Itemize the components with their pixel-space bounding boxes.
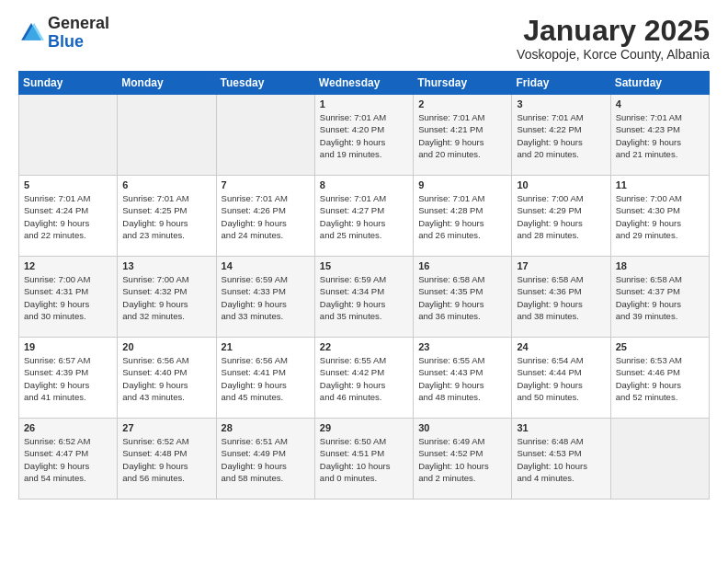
- calendar-cell: 28Sunrise: 6:51 AM Sunset: 4:49 PM Dayli…: [216, 419, 314, 500]
- calendar-cell: 2Sunrise: 7:01 AM Sunset: 4:21 PM Daylig…: [414, 95, 512, 176]
- logo: General Blue: [18, 15, 109, 52]
- day-number: 6: [122, 179, 210, 190]
- calendar-body: 1Sunrise: 7:01 AM Sunset: 4:20 PM Daylig…: [19, 95, 710, 500]
- header-row: Sunday Monday Tuesday Wednesday Thursday…: [19, 72, 710, 95]
- day-info: Sunrise: 6:54 AM Sunset: 4:44 PM Dayligh…: [517, 354, 605, 403]
- day-info: Sunrise: 6:52 AM Sunset: 4:47 PM Dayligh…: [24, 435, 112, 484]
- day-number: 7: [222, 179, 310, 190]
- day-number: 30: [418, 422, 506, 433]
- logo-text: General Blue: [48, 15, 109, 52]
- logo-general: General: [48, 14, 109, 32]
- day-number: 22: [320, 341, 408, 352]
- calendar-cell: 15Sunrise: 6:59 AM Sunset: 4:34 PM Dayli…: [314, 257, 413, 338]
- calendar-cell: 20Sunrise: 6:56 AM Sunset: 4:40 PM Dayli…: [118, 338, 216, 419]
- calendar-cell: 18Sunrise: 6:58 AM Sunset: 4:37 PM Dayli…: [610, 257, 709, 338]
- logo-blue: Blue: [48, 32, 84, 51]
- calendar-cell: 14Sunrise: 6:59 AM Sunset: 4:33 PM Dayli…: [216, 257, 314, 338]
- day-number: 14: [222, 260, 310, 271]
- calendar-week-row: 19Sunrise: 6:57 AM Sunset: 4:39 PM Dayli…: [19, 338, 710, 419]
- day-info: Sunrise: 7:01 AM Sunset: 4:21 PM Dayligh…: [418, 111, 506, 160]
- day-number: 20: [122, 341, 210, 352]
- day-number: 31: [517, 422, 605, 433]
- calendar-cell: [118, 95, 216, 176]
- day-info: Sunrise: 6:53 AM Sunset: 4:46 PM Dayligh…: [616, 354, 704, 403]
- day-info: Sunrise: 7:01 AM Sunset: 4:28 PM Dayligh…: [418, 192, 506, 241]
- calendar-header: Sunday Monday Tuesday Wednesday Thursday…: [19, 72, 710, 95]
- col-monday: Monday: [118, 72, 216, 95]
- calendar-cell: 17Sunrise: 6:58 AM Sunset: 4:36 PM Dayli…: [512, 257, 610, 338]
- title-block: January 2025 Voskopoje, Korce County, Al…: [517, 15, 710, 62]
- calendar-cell: 27Sunrise: 6:52 AM Sunset: 4:48 PM Dayli…: [118, 419, 216, 500]
- day-info: Sunrise: 6:52 AM Sunset: 4:48 PM Dayligh…: [122, 435, 210, 484]
- day-info: Sunrise: 6:49 AM Sunset: 4:52 PM Dayligh…: [418, 435, 506, 484]
- day-number: 24: [517, 341, 605, 352]
- page-header: General Blue January 2025 Voskopoje, Kor…: [18, 15, 710, 62]
- day-number: 10: [517, 179, 605, 190]
- day-number: 15: [320, 260, 408, 271]
- calendar-cell: 25Sunrise: 6:53 AM Sunset: 4:46 PM Dayli…: [610, 338, 709, 419]
- day-info: Sunrise: 6:56 AM Sunset: 4:41 PM Dayligh…: [222, 354, 310, 403]
- calendar-cell: 10Sunrise: 7:00 AM Sunset: 4:29 PM Dayli…: [512, 176, 610, 257]
- col-wednesday: Wednesday: [314, 72, 413, 95]
- day-number: 23: [418, 341, 506, 352]
- day-info: Sunrise: 7:00 AM Sunset: 4:29 PM Dayligh…: [517, 192, 605, 241]
- location-subtitle: Voskopoje, Korce County, Albania: [517, 47, 710, 62]
- day-number: 16: [418, 260, 506, 271]
- day-info: Sunrise: 6:58 AM Sunset: 4:36 PM Dayligh…: [517, 273, 605, 322]
- day-info: Sunrise: 7:00 AM Sunset: 4:31 PM Dayligh…: [24, 273, 112, 322]
- day-number: 26: [24, 422, 112, 433]
- calendar-cell: 12Sunrise: 7:00 AM Sunset: 4:31 PM Dayli…: [19, 257, 118, 338]
- calendar-cell: 1Sunrise: 7:01 AM Sunset: 4:20 PM Daylig…: [314, 95, 413, 176]
- calendar-cell: [610, 419, 709, 500]
- calendar-cell: 6Sunrise: 7:01 AM Sunset: 4:25 PM Daylig…: [118, 176, 216, 257]
- calendar-cell: 29Sunrise: 6:50 AM Sunset: 4:51 PM Dayli…: [314, 419, 413, 500]
- day-info: Sunrise: 6:59 AM Sunset: 4:33 PM Dayligh…: [222, 273, 310, 322]
- day-number: 2: [418, 98, 506, 109]
- calendar-week-row: 12Sunrise: 7:00 AM Sunset: 4:31 PM Dayli…: [19, 257, 710, 338]
- calendar-cell: 7Sunrise: 7:01 AM Sunset: 4:26 PM Daylig…: [216, 176, 314, 257]
- day-info: Sunrise: 7:01 AM Sunset: 4:23 PM Dayligh…: [616, 111, 704, 160]
- day-info: Sunrise: 7:01 AM Sunset: 4:20 PM Dayligh…: [320, 111, 408, 160]
- calendar-cell: 31Sunrise: 6:48 AM Sunset: 4:53 PM Dayli…: [512, 419, 610, 500]
- col-tuesday: Tuesday: [216, 72, 314, 95]
- day-info: Sunrise: 6:55 AM Sunset: 4:42 PM Dayligh…: [320, 354, 408, 403]
- day-number: 3: [517, 98, 605, 109]
- day-number: 17: [517, 260, 605, 271]
- calendar-cell: 13Sunrise: 7:00 AM Sunset: 4:32 PM Dayli…: [118, 257, 216, 338]
- day-number: 12: [24, 260, 112, 271]
- day-info: Sunrise: 7:00 AM Sunset: 4:30 PM Dayligh…: [616, 192, 704, 241]
- month-title: January 2025: [517, 15, 710, 47]
- calendar-cell: [216, 95, 314, 176]
- day-number: 19: [24, 341, 112, 352]
- col-friday: Friday: [512, 72, 610, 95]
- day-number: 29: [320, 422, 408, 433]
- day-number: 5: [24, 179, 112, 190]
- calendar-cell: 5Sunrise: 7:01 AM Sunset: 4:24 PM Daylig…: [19, 176, 118, 257]
- day-info: Sunrise: 7:01 AM Sunset: 4:25 PM Dayligh…: [122, 192, 210, 241]
- logo-icon: [18, 20, 44, 46]
- day-info: Sunrise: 7:01 AM Sunset: 4:27 PM Dayligh…: [320, 192, 408, 241]
- day-number: 4: [616, 98, 704, 109]
- day-number: 13: [122, 260, 210, 271]
- calendar-cell: 26Sunrise: 6:52 AM Sunset: 4:47 PM Dayli…: [19, 419, 118, 500]
- day-number: 27: [122, 422, 210, 433]
- day-number: 28: [222, 422, 310, 433]
- col-sunday: Sunday: [19, 72, 118, 95]
- day-info: Sunrise: 6:50 AM Sunset: 4:51 PM Dayligh…: [320, 435, 408, 484]
- calendar-cell: 16Sunrise: 6:58 AM Sunset: 4:35 PM Dayli…: [414, 257, 512, 338]
- day-info: Sunrise: 7:01 AM Sunset: 4:22 PM Dayligh…: [517, 111, 605, 160]
- calendar-cell: 21Sunrise: 6:56 AM Sunset: 4:41 PM Dayli…: [216, 338, 314, 419]
- calendar-cell: 4Sunrise: 7:01 AM Sunset: 4:23 PM Daylig…: [610, 95, 709, 176]
- calendar-cell: 11Sunrise: 7:00 AM Sunset: 4:30 PM Dayli…: [610, 176, 709, 257]
- calendar-cell: 23Sunrise: 6:55 AM Sunset: 4:43 PM Dayli…: [414, 338, 512, 419]
- day-number: 8: [320, 179, 408, 190]
- day-number: 9: [418, 179, 506, 190]
- calendar-week-row: 1Sunrise: 7:01 AM Sunset: 4:20 PM Daylig…: [19, 95, 710, 176]
- day-info: Sunrise: 6:56 AM Sunset: 4:40 PM Dayligh…: [122, 354, 210, 403]
- calendar-cell: 8Sunrise: 7:01 AM Sunset: 4:27 PM Daylig…: [314, 176, 413, 257]
- day-info: Sunrise: 6:59 AM Sunset: 4:34 PM Dayligh…: [320, 273, 408, 322]
- calendar-week-row: 5Sunrise: 7:01 AM Sunset: 4:24 PM Daylig…: [19, 176, 710, 257]
- day-number: 25: [616, 341, 704, 352]
- day-number: 11: [616, 179, 704, 190]
- day-info: Sunrise: 6:58 AM Sunset: 4:37 PM Dayligh…: [616, 273, 704, 322]
